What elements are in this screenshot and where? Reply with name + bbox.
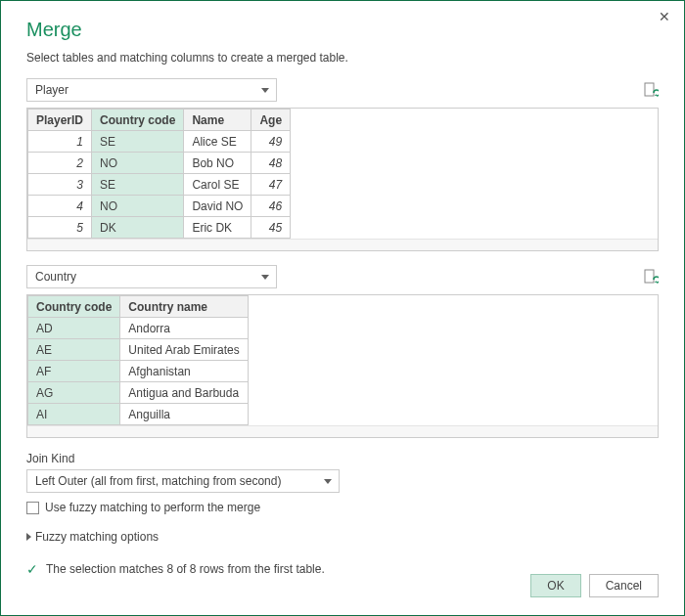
table-cell[interactable]: Antigua and Barbuda [120, 382, 248, 404]
table-cell[interactable]: AI [28, 404, 120, 425]
table-cell[interactable]: AE [28, 339, 120, 361]
table-cell[interactable]: Andorra [120, 318, 248, 339]
table2-scrollbar[interactable] [27, 425, 658, 437]
svg-rect-0 [645, 83, 654, 96]
table-cell[interactable]: 46 [251, 196, 291, 217]
table1-scrollbar[interactable] [27, 239, 658, 250]
column-header[interactable]: Age [251, 110, 291, 131]
table-row[interactable]: 1SEAlice SE49 [28, 131, 291, 153]
join-kind-label: Join Kind [26, 452, 659, 465]
column-header[interactable]: Country code [28, 296, 120, 318]
table-cell[interactable]: 49 [251, 131, 291, 153]
table-row[interactable]: 5DKEric DK45 [28, 217, 291, 239]
ok-button[interactable]: OK [530, 574, 580, 597]
column-header[interactable]: Name [184, 110, 251, 131]
table-cell[interactable]: SE [92, 131, 184, 153]
table-cell[interactable]: United Arab Emirates [120, 339, 248, 361]
checkmark-icon: ✓ [26, 561, 38, 577]
column-header[interactable]: Country name [120, 296, 248, 318]
refresh-icon[interactable] [643, 82, 659, 98]
fuzzy-options-label: Fuzzy matching options [35, 530, 159, 544]
table2-grid[interactable]: Country codeCountry nameADAndorraAEUnite… [27, 295, 249, 425]
table-row[interactable]: 3SECarol SE47 [28, 174, 291, 196]
table-row[interactable]: 2NOBob NO48 [28, 153, 291, 174]
column-header[interactable]: Country code [92, 110, 184, 131]
refresh-icon[interactable] [643, 269, 659, 285]
chevron-right-icon [26, 533, 31, 541]
table1-preview: PlayerIDCountry codeNameAge1SEAlice SE49… [26, 108, 659, 251]
table-row[interactable]: AFAfghanistan [28, 361, 249, 382]
column-header[interactable]: PlayerID [28, 110, 92, 131]
table-cell[interactable]: 2 [28, 153, 92, 174]
checkbox-icon [26, 502, 39, 514]
table-cell[interactable]: Eric DK [184, 217, 251, 239]
table-cell[interactable]: Anguilla [120, 404, 248, 425]
fuzzy-options-expander[interactable]: Fuzzy matching options [26, 530, 659, 544]
join-kind-select[interactable]: Left Outer (all from first, matching fro… [26, 469, 340, 493]
table-row[interactable]: ADAndorra [28, 318, 249, 339]
table2-select[interactable]: Country [26, 265, 277, 288]
table-row[interactable]: 4NODavid NO46 [28, 196, 291, 217]
table-cell[interactable]: Afghanistan [120, 361, 248, 382]
table-cell[interactable]: NO [92, 153, 184, 174]
table-cell[interactable]: 48 [251, 153, 291, 174]
table-cell[interactable]: Carol SE [184, 174, 251, 196]
table-cell[interactable]: 47 [251, 174, 291, 196]
table-cell[interactable]: AG [28, 382, 120, 404]
table2-preview: Country codeCountry nameADAndorraAEUnite… [26, 294, 659, 438]
table-cell[interactable]: NO [92, 196, 184, 217]
table-row[interactable]: AIAnguilla [28, 404, 249, 425]
table1-select[interactable]: Player [26, 78, 277, 102]
table-cell[interactable]: Bob NO [184, 153, 251, 174]
table-cell[interactable]: Alice SE [184, 131, 251, 153]
fuzzy-checkbox-label: Use fuzzy matching to perform the merge [45, 501, 260, 514]
cancel-button[interactable]: Cancel [589, 574, 659, 597]
table-cell[interactable]: AD [28, 318, 120, 339]
table-cell[interactable]: AF [28, 361, 120, 382]
fuzzy-matching-checkbox[interactable]: Use fuzzy matching to perform the merge [26, 501, 659, 514]
table-cell[interactable]: SE [92, 174, 184, 196]
table-cell[interactable]: DK [92, 217, 184, 239]
table-cell[interactable]: 1 [28, 131, 92, 153]
close-icon[interactable]: ✕ [659, 9, 670, 24]
table2-select-value: Country [35, 270, 76, 284]
table-row[interactable]: AEUnited Arab Emirates [28, 339, 249, 361]
table-cell[interactable]: 5 [28, 217, 92, 239]
dialog-title: Merge [26, 19, 659, 41]
table-cell[interactable]: 45 [251, 217, 291, 239]
status-text: The selection matches 8 of 8 rows from t… [46, 562, 325, 576]
table1-select-value: Player [35, 83, 68, 97]
svg-rect-1 [645, 270, 654, 283]
join-kind-value: Left Outer (all from first, matching fro… [35, 474, 281, 488]
table-cell[interactable]: 3 [28, 174, 92, 196]
table-cell[interactable]: 4 [28, 196, 92, 217]
table1-grid[interactable]: PlayerIDCountry codeNameAge1SEAlice SE49… [27, 109, 291, 239]
table-row[interactable]: AGAntigua and Barbuda [28, 382, 249, 404]
dialog-subtitle: Select tables and matching columns to cr… [26, 51, 659, 65]
table-cell[interactable]: David NO [184, 196, 251, 217]
